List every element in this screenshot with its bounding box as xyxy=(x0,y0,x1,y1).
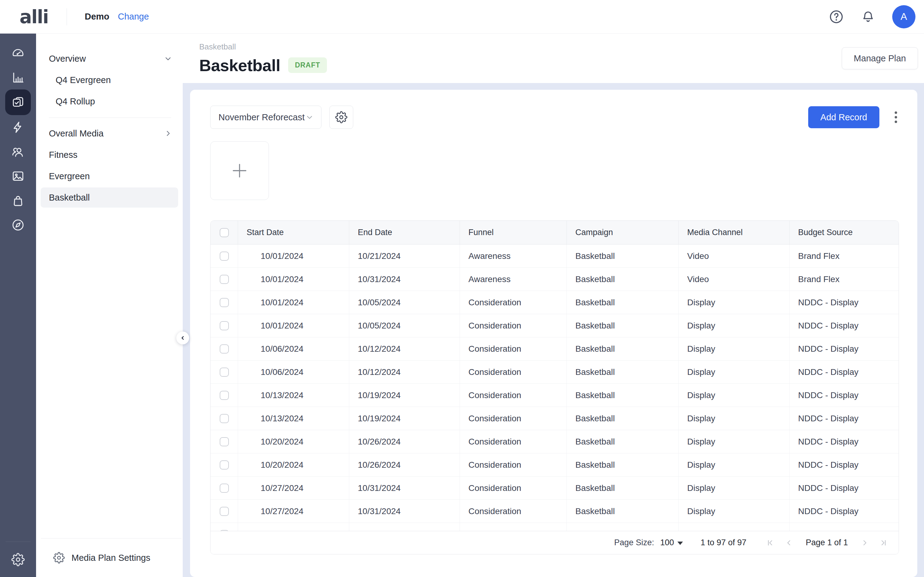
table-row[interactable]: 10/20/2024 10/26/2024 Consideration Bask… xyxy=(210,430,899,453)
row-checkbox[interactable] xyxy=(220,437,229,446)
bag-icon xyxy=(11,193,25,208)
sidebar-item-label: Overall Media xyxy=(49,129,103,139)
cell-budget-source: NDDC - Display xyxy=(790,291,899,314)
scenario-select[interactable]: November Reforecast xyxy=(210,106,321,129)
table-row[interactable]: 10/20/2024 10/26/2024 Consideration Bask… xyxy=(210,453,899,477)
sidebar-item-evergreen[interactable]: Evergreen xyxy=(40,166,178,186)
rail-item-shop[interactable] xyxy=(5,189,31,213)
row-checkbox[interactable] xyxy=(220,321,229,330)
cell-funnel: Consideration xyxy=(460,430,567,453)
table-row[interactable]: 10/13/2024 10/19/2024 Consideration Bask… xyxy=(210,384,899,407)
cell-end-date: 10/19/2024 xyxy=(349,407,460,430)
row-checkbox[interactable] xyxy=(220,391,229,400)
table-row[interactable]: 10/01/2024 10/31/2024 Awareness Basketba… xyxy=(210,268,899,291)
plan-sidebar: Overview Q4 Evergreen Q4 Rollup Overall … xyxy=(36,34,183,577)
sidebar-item-label: Overview xyxy=(49,54,86,64)
manage-plan-button[interactable]: Manage Plan xyxy=(842,47,918,69)
help-icon[interactable] xyxy=(829,9,844,24)
cell-media-channel: Display xyxy=(678,291,790,314)
rail-settings-gear-icon[interactable] xyxy=(11,542,25,577)
select-all-checkbox[interactable] xyxy=(220,228,229,237)
column-header-media-channel[interactable]: Media Channel xyxy=(678,221,790,244)
cell-funnel: Consideration xyxy=(460,361,567,384)
table-row[interactable]: 10/01/2024 10/21/2024 Awareness Basketba… xyxy=(210,245,899,268)
row-checkbox[interactable] xyxy=(220,460,229,469)
cell-campaign: Basketball xyxy=(567,245,678,268)
table-row[interactable]: 10/13/2024 10/19/2024 Consideration Bask… xyxy=(210,407,899,430)
cell-budget-source: NDDC - Display xyxy=(790,453,899,476)
row-checkbox[interactable] xyxy=(220,367,229,377)
page-size-select[interactable]: 100 xyxy=(660,538,683,547)
rail-item-reports[interactable] xyxy=(5,65,31,89)
sidebar-collapse-button[interactable] xyxy=(176,332,189,344)
rail-item-audiences[interactable] xyxy=(5,140,31,164)
row-checkbox[interactable] xyxy=(220,530,229,531)
rail-item-explore[interactable] xyxy=(5,213,31,237)
add-record-button[interactable]: Add Record xyxy=(808,106,879,128)
row-checkbox[interactable] xyxy=(220,251,229,261)
cell-media-channel: Display xyxy=(678,407,790,430)
column-header-campaign[interactable]: Campaign xyxy=(567,221,678,244)
table-settings-button[interactable] xyxy=(330,106,353,129)
rail-item-creative[interactable] xyxy=(5,164,31,189)
sidebar-item-overview[interactable]: Overview xyxy=(40,48,178,69)
cell-funnel: Awareness xyxy=(460,245,567,268)
add-scenario-tile[interactable] xyxy=(210,141,269,200)
topbar-divider xyxy=(66,8,67,25)
change-workspace-link[interactable]: Change xyxy=(118,11,149,22)
sidebar-item-label: Fitness xyxy=(49,150,77,160)
gauge-icon xyxy=(11,46,25,60)
app-logo: alli xyxy=(19,6,48,27)
cell-budget-source: NDDC - Display xyxy=(790,384,899,407)
row-checkbox[interactable] xyxy=(220,298,229,307)
cell-budget-source: NDDC - Display xyxy=(790,430,899,453)
next-page-icon[interactable] xyxy=(860,538,869,547)
bell-icon[interactable] xyxy=(861,9,876,24)
table-row[interactable]: 10/27/2024 10/31/2024 Consideration Bask… xyxy=(210,477,899,500)
main-content: Basketball Basketball DRAFT Manage Plan … xyxy=(183,34,924,577)
more-options-kebab-icon[interactable] xyxy=(893,110,899,125)
rail-item-dashboard[interactable] xyxy=(5,40,31,65)
row-checkbox[interactable] xyxy=(220,414,229,423)
cell-funnel: Consideration xyxy=(460,337,567,360)
sidebar-item-basketball[interactable]: Basketball xyxy=(40,187,178,208)
records-table: Start Date End Date Funnel Campaign Medi… xyxy=(210,221,899,554)
image-icon xyxy=(11,169,25,183)
page-size-value: 100 xyxy=(660,538,674,547)
cell-media-channel: Display xyxy=(678,500,790,523)
users-icon xyxy=(11,145,25,159)
table-body: 10/01/2024 10/21/2024 Awareness Basketba… xyxy=(210,245,899,523)
sidebar-item-q4-rollup[interactable]: Q4 Rollup xyxy=(40,91,178,111)
avatar[interactable]: A xyxy=(892,5,916,28)
row-checkbox[interactable] xyxy=(220,507,229,516)
table-row[interactable]: 10/01/2024 10/05/2024 Consideration Bask… xyxy=(210,291,899,314)
row-checkbox[interactable] xyxy=(220,275,229,284)
cell-start-date: 10/27/2024 xyxy=(238,500,349,523)
cell-end-date: 10/31/2024 xyxy=(349,268,460,291)
sidebar-item-q4-evergreen[interactable]: Q4 Evergreen xyxy=(40,70,178,90)
media-plan-settings-button[interactable]: Media Plan Settings xyxy=(36,538,183,577)
table-row[interactable]: 10/06/2024 10/12/2024 Consideration Bask… xyxy=(210,361,899,384)
sidebar-item-overall-media[interactable]: Overall Media xyxy=(40,123,178,143)
rail-item-media-plans[interactable] xyxy=(5,89,31,115)
table-row[interactable]: 10/01/2024 10/05/2024 Consideration Bask… xyxy=(210,314,899,337)
column-header-end-date[interactable]: End Date xyxy=(349,221,460,244)
first-page-icon[interactable] xyxy=(766,538,775,547)
previous-page-icon[interactable] xyxy=(784,538,793,547)
column-header-funnel[interactable]: Funnel xyxy=(460,221,567,244)
workspace-name: Demo xyxy=(85,11,109,22)
sidebar-item-fitness[interactable]: Fitness xyxy=(40,145,178,165)
column-header-start-date[interactable]: Start Date xyxy=(238,221,349,244)
table-row[interactable]: 10/06/2024 10/12/2024 Consideration Bask… xyxy=(210,337,899,361)
last-page-icon[interactable] xyxy=(879,538,888,547)
rail-item-automations[interactable] xyxy=(5,115,31,140)
cell-end-date: 10/21/2024 xyxy=(349,245,460,268)
row-checkbox[interactable] xyxy=(220,484,229,493)
column-header-budget-source[interactable]: Budget Source xyxy=(790,221,899,244)
cell-media-channel: Video xyxy=(678,245,790,268)
cell-budget-source: NDDC - Display xyxy=(790,314,899,337)
row-checkbox[interactable] xyxy=(220,344,229,353)
cell-start-date: 10/20/2024 xyxy=(238,430,349,453)
table-row[interactable]: 10/27/2024 10/31/2024 Consideration Bask… xyxy=(210,500,899,523)
sidebar-item-label: Evergreen xyxy=(49,171,90,181)
